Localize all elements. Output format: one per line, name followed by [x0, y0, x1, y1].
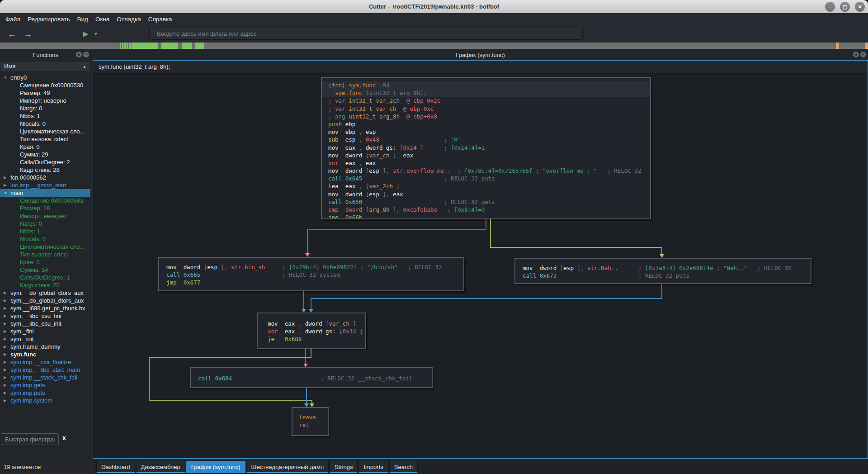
chevron-right-icon[interactable]: ▶ [4, 320, 6, 327]
function-tree-item[interactable]: ▼main [0, 189, 90, 197]
function-attr-item[interactable]: Тип вызова: cdecl [0, 251, 90, 258]
function-attr-item[interactable]: Nlocals: 0 [0, 120, 90, 128]
function-attr-item[interactable]: Calls/OutDegree: 2 [0, 158, 90, 166]
chevron-right-icon[interactable]: ▶ [4, 351, 6, 358]
function-attr-item[interactable]: Сумма: 14 [0, 266, 90, 274]
function-tree-item[interactable]: ▶sym.__libc_csu_init [0, 320, 90, 327]
function-tree-item[interactable]: ▶sym._init [0, 335, 90, 343]
function-attr-item[interactable]: Nargs: 0 [0, 104, 90, 112]
graph-node-nah[interactable]: mov dword [esp ], str.Nah.. ; [0x7a3:4]=… [514, 258, 811, 284]
function-attr-item[interactable]: Сумма: 29 [0, 151, 90, 158]
function-attr-item[interactable]: Цикломатическая сло... [0, 128, 90, 135]
function-tree-item[interactable]: ▶sym.frame_dummy [0, 343, 90, 351]
function-attr-item[interactable]: Смещение 0x00000530 [0, 81, 90, 89]
chevron-right-icon[interactable]: ▶ [4, 174, 6, 181]
seek-input[interactable] [149, 28, 583, 40]
menu-item[interactable]: Вид [73, 16, 91, 23]
chevron-down-icon[interactable]: ▼ [4, 74, 7, 81]
function-tree-item[interactable]: ▶sym.imp.puts [0, 389, 90, 397]
graph-node-ret[interactable]: leaveret [292, 407, 329, 436]
bottom-tab[interactable]: Дизассемблер [136, 461, 185, 473]
function-attr-item[interactable]: Кадр стека: 28 [0, 166, 90, 174]
bottom-tab[interactable]: Imports [359, 461, 388, 473]
function-tree-item[interactable]: ▶sym.imp.__stack_chk_fail [0, 374, 90, 381]
minimize-button[interactable]: – [825, 2, 835, 12]
function-attr-item[interactable]: Импорт: неверно [0, 97, 90, 104]
menu-item[interactable]: Отладка [113, 16, 144, 23]
chevron-right-icon[interactable]: ▶ [4, 312, 6, 320]
item-label: sym.__i686.get_pc_thunk.bx [10, 305, 85, 312]
function-tree-item[interactable]: ▶fcn.00000562 [0, 174, 90, 181]
quick-filter-input[interactable] [1, 433, 59, 445]
function-attr-item[interactable]: Смещение 0x0000068a [0, 197, 90, 204]
chevron-right-icon[interactable]: ▶ [4, 381, 6, 389]
function-attr-item[interactable]: Размер: 28 [0, 204, 90, 212]
chevron-right-icon[interactable]: ▶ [4, 297, 6, 304]
function-tree-item[interactable]: ▶sym._fini [0, 327, 90, 335]
title-bar[interactable]: Cutter – /root/CTF/2019/pwnable.kr/03 - … [0, 0, 868, 13]
close-button[interactable]: ✕ [855, 2, 865, 12]
menu-item[interactable]: Файл [2, 16, 24, 23]
functions-column-header[interactable]: Имя ▲ [0, 61, 91, 72]
function-tree-item[interactable]: ▶sym.__do_global_ctors_aux [0, 289, 90, 297]
bottom-tab[interactable]: График (sym.func) [186, 461, 245, 473]
function-attr-item[interactable]: Размер: 49 [0, 89, 90, 97]
bottom-tab[interactable]: Search [389, 461, 418, 473]
function-tree-item[interactable]: ▶sym.imp.gets [0, 381, 90, 389]
maximize-button[interactable]: ▢ [840, 2, 850, 12]
chevron-right-icon[interactable]: ▶ [4, 374, 6, 381]
function-attr-item[interactable]: Calls/OutDegree: 1 [0, 274, 90, 281]
function-tree-item[interactable]: ▶sym.__i686.get_pc_thunk.bx [0, 304, 90, 312]
undock-icon[interactable]: ◆ [853, 52, 859, 57]
chevron-right-icon[interactable]: ▶ [4, 327, 6, 335]
undock-icon[interactable]: ◆ [76, 52, 82, 57]
graph-node-binsh[interactable]: mov dword [esp ], str.bin_sh ; [0x79b:4]… [158, 257, 464, 291]
graph-node-entry[interactable]: (fcn) sym.func 94 sym.func (uint32_t arg… [321, 77, 651, 219]
function-attr-item[interactable]: Края: 0 [0, 258, 90, 266]
chevron-right-icon[interactable]: ▶ [4, 304, 6, 312]
function-tree-item[interactable]: ▶sym.__libc_csu_fini [0, 312, 90, 320]
function-attr-item[interactable]: Края: 0 [0, 143, 90, 151]
function-attr-item[interactable]: Nargs: 0 [0, 220, 90, 228]
function-tree-item[interactable]: ▶sym.imp.__cxa_finalize [0, 358, 90, 366]
function-attr-item[interactable]: Цикломатическая сло... [0, 243, 90, 251]
graph-node-check[interactable]: mov eax , dword [var_ch ]xor eax , dword… [257, 313, 366, 349]
chevron-right-icon[interactable]: ▶ [4, 366, 6, 374]
function-tree-item[interactable]: ▼entry0 [0, 74, 90, 81]
bottom-tab[interactable]: Шестнадцатеричный дамп [246, 461, 329, 473]
bottom-tab[interactable]: Dashboard [96, 461, 135, 473]
chevron-down-icon[interactable]: ▼ [4, 189, 7, 197]
function-tree-item[interactable]: ▶loc.imp.__gmon_start [0, 181, 90, 189]
back-arrow-icon[interactable]: ← [7, 29, 16, 38]
function-attr-item[interactable]: Nbbs: 1 [0, 112, 90, 120]
close-panel-icon[interactable]: ✕ [860, 52, 866, 57]
close-panel-icon[interactable]: ✕ [83, 52, 89, 57]
function-attr-item[interactable]: Кадр стека: 20 [0, 281, 90, 289]
debug-start-icon[interactable]: ▶ [83, 30, 89, 37]
chevron-right-icon[interactable]: ▶ [4, 335, 6, 343]
chevron-right-icon[interactable]: ▶ [4, 343, 6, 351]
forward-arrow-icon[interactable]: → [24, 29, 33, 38]
function-tree-item[interactable]: ▶sym.imp.system [0, 397, 90, 404]
menu-item[interactable]: Окна [92, 16, 113, 23]
menu-item[interactable]: Справка [145, 16, 176, 23]
function-tree-item[interactable]: ▶sym.imp.__libc_start_main [0, 366, 90, 374]
debug-dropdown-caret-icon[interactable]: ▼ [94, 32, 98, 36]
clear-filter-button[interactable]: x [62, 434, 66, 441]
function-attr-item[interactable]: Nlocals: 0 [0, 235, 90, 243]
function-tree-item[interactable]: ▶sym.__do_global_dtors_aux [0, 297, 90, 304]
chevron-right-icon[interactable]: ▶ [4, 358, 6, 366]
graph-node-stackchk[interactable]: call 0x684 ; RELOC 32 __stack_chk_fail [190, 367, 433, 388]
function-attr-item[interactable]: Импорт: неверно [0, 212, 90, 220]
chevron-right-icon[interactable]: ▶ [4, 289, 6, 297]
menu-item[interactable]: Редактировать [24, 16, 73, 23]
function-attr-item[interactable]: Nbbs: 1 [0, 228, 90, 235]
function-attr-item[interactable]: Тип вызова: cdecl [0, 135, 90, 143]
chevron-right-icon[interactable]: ▶ [4, 389, 6, 397]
chevron-right-icon[interactable]: ▶ [4, 397, 6, 404]
function-tree-item[interactable]: ▶sym.func [0, 351, 90, 358]
bottom-tab[interactable]: Strings [330, 461, 358, 473]
memory-navbar[interactable] [0, 43, 868, 49]
chevron-right-icon[interactable]: ▶ [4, 181, 6, 189]
graph-canvas[interactable]: (fcn) sym.func 94 sym.func (uint32_t arg… [93, 74, 868, 458]
